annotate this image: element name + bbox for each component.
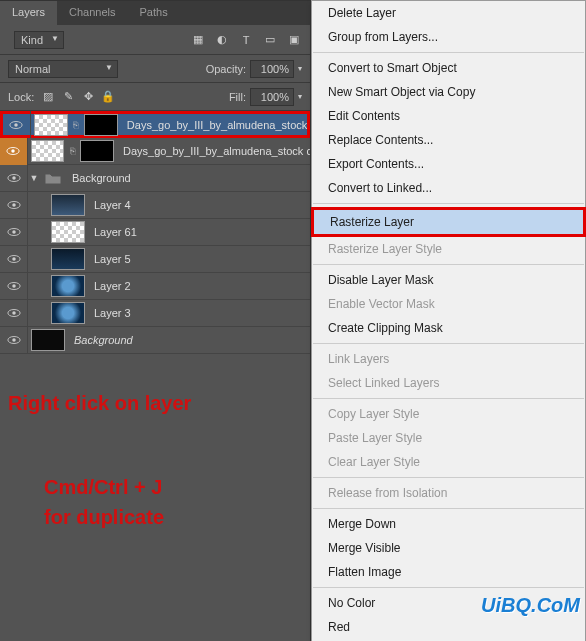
opacity-input[interactable]: 100% — [250, 60, 294, 78]
tab-layers[interactable]: Layers — [0, 1, 57, 25]
menu-disable-mask[interactable]: Disable Layer Mask — [312, 268, 585, 292]
svg-point-9 — [12, 203, 16, 207]
menu-merge-down[interactable]: Merge Down — [312, 512, 585, 536]
menu-flatten[interactable]: Flatten Image — [312, 560, 585, 584]
lock-move-icon[interactable]: ✥ — [80, 89, 96, 105]
tab-channels[interactable]: Channels — [57, 1, 127, 25]
annotation-text: Right click on layer — [8, 392, 191, 415]
mask-thumb[interactable] — [84, 114, 118, 136]
lock-transparent-icon[interactable]: ▨ — [40, 89, 56, 105]
mask-thumb[interactable] — [80, 140, 114, 162]
expand-arrow-icon[interactable]: ▼ — [28, 173, 40, 183]
layer-background[interactable]: Background — [0, 327, 310, 354]
menu-merge-visible[interactable]: Merge Visible — [312, 536, 585, 560]
layer-item[interactable]: Layer 3 — [0, 300, 310, 327]
menu-rasterize-layer[interactable]: Rasterize Layer — [311, 207, 586, 237]
layer-name[interactable]: Layer 5 — [88, 253, 131, 265]
menu-replace-contents[interactable]: Replace Contents... — [312, 128, 585, 152]
menu-clipping-mask[interactable]: Create Clipping Mask — [312, 316, 585, 340]
panel-tabs: Layers Channels Paths — [0, 1, 310, 25]
annotation-text: Cmd/Ctrl + J — [44, 476, 162, 499]
menu-enable-vector: Enable Vector Mask — [312, 292, 585, 316]
lock-label: Lock: — [8, 91, 34, 103]
visibility-toggle[interactable] — [0, 327, 28, 354]
type-filter-icon[interactable]: T — [238, 32, 254, 48]
layer-thumb[interactable] — [31, 329, 65, 351]
layer-thumb[interactable] — [51, 194, 85, 216]
watermark: UiBQ.CoM — [481, 594, 580, 617]
layer-name[interactable]: Background — [68, 334, 133, 346]
layer-item[interactable]: Layer 5 — [0, 246, 310, 273]
blend-mode-select[interactable]: Normal — [8, 60, 118, 78]
menu-separator — [313, 264, 584, 265]
link-icon: ⎘ — [67, 140, 77, 162]
menu-export-contents[interactable]: Export Contents... — [312, 152, 585, 176]
layer-name[interactable]: Layer 4 — [88, 199, 131, 211]
visibility-toggle[interactable] — [3, 111, 31, 138]
pixel-filter-icon[interactable]: ▦ — [190, 32, 206, 48]
menu-red[interactable]: Red — [312, 615, 585, 639]
annotation-text: for duplicate — [44, 506, 164, 529]
fill-label: Fill: — [229, 91, 246, 103]
layer-item[interactable]: Layer 2 — [0, 273, 310, 300]
layer-name[interactable]: Layer 61 — [88, 226, 137, 238]
layers-list: ⎘ Days_go_by_III_by_almudena_stock ⎘ Day… — [0, 111, 310, 641]
layer-group[interactable]: ▼ Background — [0, 165, 310, 192]
layer-thumb[interactable] — [34, 114, 68, 136]
visibility-toggle[interactable] — [0, 219, 28, 246]
layer-thumb[interactable] — [51, 248, 85, 270]
menu-separator — [313, 398, 584, 399]
visibility-toggle[interactable] — [0, 273, 28, 300]
layer-name[interactable]: Days_go_by_III_by_almudena_stock c — [117, 145, 310, 157]
layer-item[interactable]: Layer 61 — [0, 219, 310, 246]
layer-name[interactable]: Days_go_by_III_by_almudena_stock — [121, 119, 307, 131]
visibility-toggle[interactable] — [0, 192, 28, 219]
menu-separator — [313, 477, 584, 478]
menu-separator — [313, 343, 584, 344]
menu-convert-linked[interactable]: Convert to Linked... — [312, 176, 585, 200]
adjust-filter-icon[interactable]: ◐ — [214, 32, 230, 48]
layer-thumb[interactable] — [51, 275, 85, 297]
layer-name[interactable]: Background — [66, 172, 131, 184]
menu-edit-contents[interactable]: Edit Contents — [312, 104, 585, 128]
link-icon: ⎘ — [71, 114, 81, 136]
tab-paths[interactable]: Paths — [128, 1, 180, 25]
layer-thumb[interactable] — [51, 302, 85, 324]
svg-point-17 — [12, 311, 16, 315]
layer-selected[interactable]: ⎘ Days_go_by_III_by_almudena_stock — [0, 111, 310, 138]
layers-panel: Layers Channels Paths Kind ▦ ◐ T ▭ ▣ Nor… — [0, 0, 311, 641]
menu-new-smart-copy[interactable]: New Smart Object via Copy — [312, 80, 585, 104]
kind-filter[interactable]: Kind — [14, 31, 64, 49]
menu-convert-smart[interactable]: Convert to Smart Object — [312, 56, 585, 80]
layer-duplicate[interactable]: ⎘ Days_go_by_III_by_almudena_stock c — [0, 138, 310, 165]
svg-point-11 — [12, 230, 16, 234]
menu-rasterize-style: Rasterize Layer Style — [312, 237, 585, 261]
menu-delete-layer[interactable]: Delete Layer — [312, 1, 585, 25]
shape-filter-icon[interactable]: ▭ — [262, 32, 278, 48]
opacity-label: Opacity: — [206, 63, 246, 75]
layer-name[interactable]: Layer 2 — [88, 280, 131, 292]
fill-chevron-icon[interactable]: ▾ — [298, 92, 302, 101]
layer-thumb[interactable] — [31, 140, 65, 162]
svg-point-5 — [12, 149, 16, 153]
svg-point-3 — [15, 123, 19, 127]
opacity-chevron-icon[interactable]: ▾ — [298, 64, 302, 73]
menu-separator — [313, 52, 584, 53]
menu-clear-style: Clear Layer Style — [312, 450, 585, 474]
layer-item[interactable]: Layer 4 — [0, 192, 310, 219]
svg-point-15 — [12, 284, 16, 288]
menu-group-from-layers[interactable]: Group from Layers... — [312, 25, 585, 49]
menu-copy-style: Copy Layer Style — [312, 402, 585, 426]
visibility-toggle[interactable] — [0, 138, 28, 165]
visibility-toggle[interactable] — [0, 300, 28, 327]
smart-filter-icon[interactable]: ▣ — [286, 32, 302, 48]
layer-thumb[interactable] — [51, 221, 85, 243]
menu-paste-style: Paste Layer Style — [312, 426, 585, 450]
visibility-toggle[interactable] — [0, 165, 28, 192]
filter-toolbar: Kind ▦ ◐ T ▭ ▣ — [0, 25, 310, 55]
visibility-toggle[interactable] — [0, 246, 28, 273]
fill-input[interactable]: 100% — [250, 88, 294, 106]
layer-name[interactable]: Layer 3 — [88, 307, 131, 319]
lock-paint-icon[interactable]: ✎ — [60, 89, 76, 105]
lock-all-icon[interactable]: 🔒 — [100, 89, 116, 105]
